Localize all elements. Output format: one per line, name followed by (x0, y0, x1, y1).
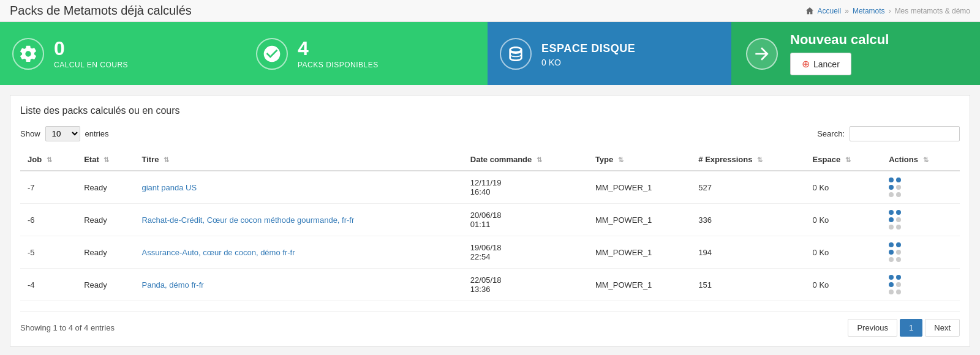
nouveau-icon-wrapper (746, 38, 778, 70)
pagination-row: Showing 1 to 4 of 4 entries Previous 1 N… (20, 311, 960, 337)
actions-dots[interactable] (889, 177, 905, 197)
calcul-text: 0 CALCUL EN COURS (54, 39, 128, 69)
main-content: Liste des packs calculés ou en cours Sho… (10, 95, 970, 347)
cell-job: -7 (20, 171, 77, 204)
dot-1 (889, 242, 894, 247)
actions-dots[interactable] (889, 242, 905, 262)
dot-4 (896, 282, 901, 287)
col-espace[interactable]: Espace ⇅ (805, 149, 882, 171)
nouveau-content: Nouveau calcul ⊕ Lancer (790, 32, 889, 75)
cell-job: -5 (20, 236, 77, 269)
cell-espace: 0 Ko (805, 269, 882, 301)
nav-metamots[interactable]: Metamots (853, 7, 885, 15)
packs-label: PACKS DISPONIBLES (298, 61, 379, 69)
page-1-button[interactable]: 1 (900, 319, 922, 337)
entries-select[interactable]: 10 25 50 100 (45, 126, 80, 141)
titre-link[interactable]: Panda, démo fr-fr (141, 280, 203, 290)
cell-date: 12/11/1916:40 (463, 171, 588, 204)
sort-date-icon: ⇅ (537, 156, 542, 163)
pagination: Previous 1 Next (848, 319, 960, 337)
col-actions[interactable]: Actions ⇅ (881, 149, 960, 171)
col-titre[interactable]: Titre ⇅ (134, 149, 462, 171)
dot-4 (896, 185, 901, 190)
cell-date: 19/06/1822:54 (463, 236, 588, 269)
table-row: -5 Ready Assurance-Auto, cœur de cocon, … (20, 236, 960, 269)
dot-5 (889, 257, 894, 262)
titre-link[interactable]: Assurance-Auto, cœur de cocon, démo fr-f… (141, 248, 295, 257)
dot-4 (896, 250, 901, 255)
nav-accueil[interactable]: Accueil (818, 7, 842, 15)
packs-table: Job ⇅ Etat ⇅ Titre ⇅ Date commande ⇅ Typ… (20, 149, 960, 301)
sort-type-icon: ⇅ (618, 156, 624, 163)
cell-espace: 0 Ko (805, 236, 882, 269)
search-input[interactable] (850, 126, 960, 141)
cell-actions (881, 171, 960, 204)
check-circle-icon (262, 44, 282, 64)
dot-2 (896, 275, 901, 280)
dot-5 (889, 290, 894, 294)
actions-dots[interactable] (889, 275, 905, 294)
cell-job: -4 (20, 269, 77, 301)
dot-6 (896, 225, 901, 230)
col-job[interactable]: Job ⇅ (20, 149, 77, 171)
cell-type: MM_POWER_1 (588, 236, 691, 269)
search-label: Search: (817, 129, 845, 138)
cell-espace: 0 Ko (805, 171, 882, 204)
titre-link[interactable]: Rachat-de-Crédit, Cœur de cocon méthode … (141, 215, 354, 225)
search-box: Search: (817, 126, 960, 141)
show-label: Show (20, 129, 40, 138)
dot-2 (896, 242, 901, 247)
cell-expressions: 336 (691, 204, 805, 236)
table-header: Job ⇅ Etat ⇅ Titre ⇅ Date commande ⇅ Typ… (20, 149, 960, 171)
arrow-right-icon (752, 44, 772, 64)
espace-icon-wrapper (500, 38, 532, 70)
col-date[interactable]: Date commande ⇅ (463, 149, 588, 171)
dot-6 (896, 257, 901, 262)
lancer-button[interactable]: ⊕ Lancer (790, 53, 851, 75)
cell-expressions: 194 (691, 236, 805, 269)
cell-expressions: 151 (691, 269, 805, 301)
next-button[interactable]: Next (925, 319, 960, 337)
calcul-icon-wrapper (12, 38, 44, 70)
table-row: -6 Ready Rachat-de-Crédit, Cœur de cocon… (20, 204, 960, 236)
top-bar: Packs de Metamots déjà calculés Accueil … (0, 0, 980, 22)
showing-text: Showing 1 to 4 of 4 entries (20, 323, 115, 332)
cell-etat: Ready (77, 171, 134, 204)
dot-3 (889, 185, 894, 190)
stat-nouveau: Nouveau calcul ⊕ Lancer (731, 22, 980, 85)
cell-titre: Assurance-Auto, cœur de cocon, démo fr-f… (134, 236, 462, 269)
cell-actions (881, 269, 960, 301)
cell-titre: Panda, démo fr-fr (134, 269, 462, 301)
titre-link[interactable]: giant panda US (141, 183, 197, 192)
page-title: Packs de Metamots déjà calculés (10, 4, 192, 18)
section-title: Liste des packs calculés ou en cours (20, 105, 960, 116)
database-icon (506, 44, 526, 64)
espace-text: Espace Disque 0 KO (541, 40, 635, 67)
col-expressions[interactable]: # Expressions ⇅ (691, 149, 805, 171)
col-type[interactable]: Type ⇅ (588, 149, 691, 171)
stat-packs: 4 PACKS DISPONIBLES (244, 22, 488, 85)
cell-actions (881, 204, 960, 236)
table-row: -7 Ready giant panda US 12/11/1916:40 MM… (20, 171, 960, 204)
dot-6 (896, 290, 901, 294)
sort-etat-icon: ⇅ (104, 156, 109, 163)
espace-value: 0 KO (541, 58, 635, 67)
nav-current: Mes metamots & démo (895, 7, 970, 15)
dot-1 (889, 275, 894, 280)
packs-icon-wrapper (256, 38, 288, 70)
sort-espace-icon: ⇅ (845, 156, 851, 163)
previous-button[interactable]: Previous (848, 319, 897, 337)
dot-2 (896, 210, 901, 215)
cell-date: 22/05/1813:36 (463, 269, 588, 301)
sort-job-icon: ⇅ (47, 156, 52, 163)
dot-1 (889, 210, 894, 215)
espace-title: Espace Disque (541, 42, 635, 55)
dot-5 (889, 225, 894, 230)
stat-espace: Espace Disque 0 KO (488, 22, 731, 85)
table-row: -4 Ready Panda, démo fr-fr 22/05/1813:36… (20, 269, 960, 301)
breadcrumb: Accueil » Metamots › Mes metamots & démo (805, 7, 970, 15)
col-etat[interactable]: Etat ⇅ (77, 149, 134, 171)
actions-dots[interactable] (889, 210, 905, 230)
dot-3 (889, 250, 894, 255)
cell-espace: 0 Ko (805, 204, 882, 236)
